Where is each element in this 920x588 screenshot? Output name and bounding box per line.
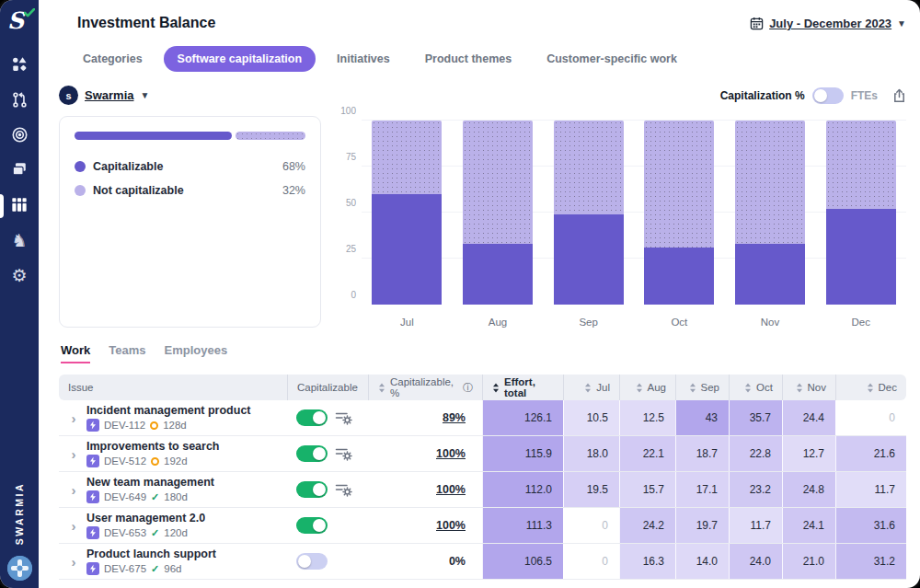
bars [362,121,906,305]
table-row: › Product launch support DEV-675 ✓ 96d 0… [59,544,906,580]
date-range-label: July - December 2023 [769,17,891,30]
sidebar-item-gear[interactable]: ⚙ [0,259,39,294]
issue-cell[interactable]: › Improvements to search DEV-512 192d [59,436,287,471]
expand-chevron-icon[interactable]: › [68,554,79,570]
effort-total-cell: 112.0 [482,472,563,507]
month-effort-cell: 11.7 [729,508,782,543]
month-effort-cell: 31.6 [835,508,906,543]
issue-cell[interactable]: › User management 2.0 DEV-653 ✓ 120d [59,508,287,543]
filter-settings-icon[interactable] [335,447,352,461]
month-effort-cell: 12.5 [619,400,675,435]
column-label: Dec [879,382,897,393]
capitalizable-pct-link[interactable]: 100% [436,483,466,496]
capitalizable-pct-link[interactable]: 100% [436,519,466,532]
sort-icon [636,383,643,393]
expand-chevron-icon[interactable]: › [68,482,79,498]
bar-slot-aug [453,121,544,305]
legend-swatch [75,161,86,172]
issue-info: Product launch support DEV-675 ✓ 96d [86,548,216,575]
sort-icon [796,383,803,393]
column-header-sep[interactable]: Sep [675,375,729,400]
page-title: Investment Balance [77,15,215,31]
month-effort-cell: 14.0 [675,544,729,579]
expand-chevron-icon[interactable]: › [68,518,79,534]
done-check-icon: ✓ [151,563,159,575]
issue-title: Incident management product [86,404,251,417]
column-header-aug[interactable]: Aug [619,375,675,400]
issue-key: DEV-512 [104,455,146,467]
expand-chevron-icon[interactable]: › [68,446,79,462]
issue-cell[interactable]: › Product launch support DEV-675 ✓ 96d [59,544,287,579]
x-axis-label: Aug [453,317,544,328]
plot-area: 0255075100 [362,121,906,305]
unit-toggle[interactable] [812,87,844,104]
column-header-dec[interactable]: Dec [835,375,906,400]
issue-title: Product launch support [86,548,216,560]
sidebar-item-target[interactable] [0,119,39,154]
stacked-bar-dec[interactable] [826,121,896,305]
capitalizable-toggle[interactable] [296,553,328,570]
filter-settings-icon[interactable] [335,411,352,425]
swarmia-logo[interactable]: S [7,8,31,36]
not-capitalizable-segment [372,121,442,194]
capitalization-visualization: Capitalizable 68% Not capitalizable 32% … [59,116,906,328]
issue-duration: 96d [164,563,181,574]
sidebar-item-investment-balance[interactable] [0,189,39,224]
legend-label: Not capitalizable [93,184,275,197]
tab-customer-specific-work[interactable]: Customer-specific work [533,46,691,72]
column-header-jul[interactable]: Jul [563,375,619,400]
pull-request-icon [11,91,28,112]
capitalizable-toggle[interactable] [296,409,328,426]
month-effort-cell: 18.0 [563,436,619,471]
effort-total-cell: 126.1 [482,400,563,435]
month-effort-cell: 19.7 [675,508,729,543]
subtab-employees[interactable]: Employees [165,343,228,363]
stacked-bar-sep[interactable] [554,121,624,305]
month-effort-cell: 24.8 [782,472,835,507]
month-effort-cell: 15.7 [619,472,675,507]
stacked-bar-oct[interactable] [644,121,714,305]
column-header-oct[interactable]: Oct [729,375,782,400]
legend-value: 32% [282,184,305,197]
column-header-effort-total[interactable]: Effort, total [482,375,563,400]
user-avatar[interactable] [7,556,32,581]
stacked-bar-aug[interactable] [463,121,533,305]
column-header-capitalizable-[interactable]: Capitalizable, %ⓘ [368,375,482,400]
issue-cell[interactable]: › New team management DEV-649 ✓ 180d [59,472,287,507]
capitalizable-toggle[interactable] [296,517,328,534]
team-selector[interactable]: s Swarmia ▼ [59,86,149,105]
tab-product-themes[interactable]: Product themes [411,46,525,72]
column-header-nov[interactable]: Nov [782,375,835,400]
subtab-teams[interactable]: Teams [109,343,145,363]
capitalizable-segment [554,214,624,305]
bar-slot-sep [543,121,634,305]
filter-settings-icon[interactable] [335,483,352,497]
capitalizable-pct-link[interactable]: 100% [436,447,466,460]
tab-categories[interactable]: Categories [69,46,156,72]
export-button[interactable] [892,88,906,103]
bar-slot-oct [634,121,725,305]
view-tabs: CategoriesSoftware capitalizationInitiat… [59,46,906,72]
capitalizable-toggle[interactable] [296,481,328,498]
sidebar-item-shapes[interactable] [0,49,39,84]
expand-chevron-icon[interactable]: › [68,410,79,426]
not-capitalizable-segment [463,121,533,244]
issue-meta: DEV-112 128d [86,419,251,432]
sidebar-item-layers[interactable] [0,154,39,189]
capitalizable-toggle[interactable] [296,445,328,462]
bar-slot-nov [725,121,816,305]
done-check-icon: ✓ [151,527,159,539]
tab-initiatives[interactable]: Initiatives [323,46,404,72]
subtab-work[interactable]: Work [61,343,90,363]
issue-cell[interactable]: › Incident management product DEV-112 12… [59,400,287,435]
work-table: IssueCapitalizableCapitalizable, %ⓘEffor… [59,375,906,580]
tab-software-capitalization[interactable]: Software capitalization [164,46,316,72]
stacked-bar-jul[interactable] [372,121,442,305]
sidebar-item-pull-request[interactable] [0,84,39,119]
info-icon[interactable]: ⓘ [463,381,473,395]
stacked-bar-nov[interactable] [735,121,805,305]
capitalizable-pct-link[interactable]: 89% [443,411,466,424]
date-range-picker[interactable]: July - December 2023 ▼ [750,17,906,30]
sidebar-item-knight[interactable]: ♞ [0,224,39,259]
issue-title: New team management [86,476,214,489]
